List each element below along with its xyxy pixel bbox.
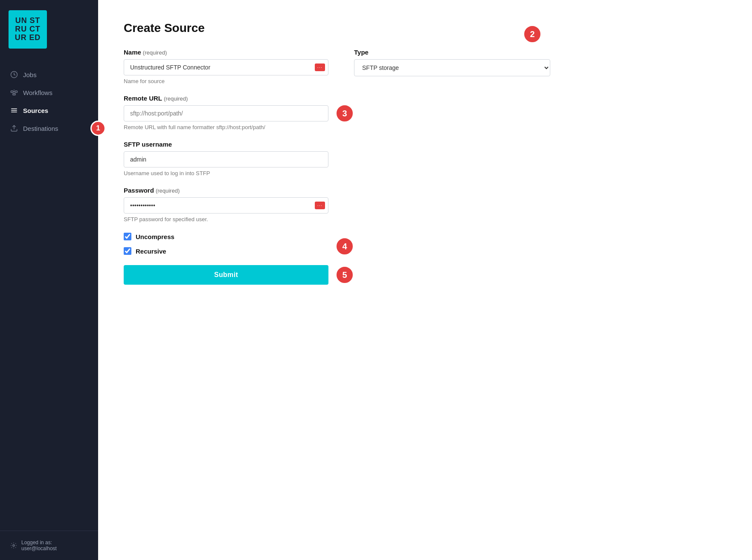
sidebar-item-sources[interactable]: Sources [0,101,98,119]
submit-button[interactable]: Submit [124,265,328,285]
password-label: Password (required) [124,187,328,194]
annotation-badge-2: 2 [523,25,542,43]
dots-icon: ··· [317,65,322,70]
remote-url-hint: Remote URL with full name formatter sftp… [124,124,328,130]
sidebar-item-destinations-label: Destinations [23,125,58,132]
sidebar-item-destinations[interactable]: Destinations 1 [0,119,98,137]
password-action-button[interactable]: ··· [315,202,325,209]
form-layout: Name (required) ··· Name for source Remo… [124,49,726,285]
password-field-group: Password (required) ··· SFTP password fo… [124,187,328,222]
name-label: Name (required) [124,49,328,56]
logged-in-label: Logged in as: [21,540,57,546]
type-label: Type [354,49,550,56]
uncompress-checkbox[interactable] [124,233,131,240]
sidebar-item-workflows-label: Workflows [23,89,52,96]
sftp-username-input-wrapper [124,151,328,167]
sidebar-item-jobs[interactable]: Jobs [0,66,98,84]
sidebar-item-sources-label: Sources [23,107,48,114]
sidebar: UN STRU CTUR ED Jobs Workflows Sources [0,0,98,560]
submit-wrapper: Submit 5 [124,265,328,285]
type-section: 2 Type SFTP storage S3 Local Azure GCS [354,49,550,76]
page-title: Create Source [124,21,726,35]
recursive-label[interactable]: Recursive [136,248,166,255]
name-field-group: Name (required) ··· Name for source [124,49,328,84]
password-input[interactable] [124,197,328,214]
password-required-tag: (required) [156,188,180,194]
password-hint: SFTP password for specified user. [124,216,328,222]
password-dots-icon: ··· [317,203,322,208]
uncompress-label[interactable]: Uncompress [136,233,174,240]
svg-rect-2 [15,91,17,92]
name-input[interactable] [124,59,328,75]
remote-url-input[interactable] [124,105,328,121]
sftp-username-hint: Username used to log in into STFP [124,170,328,176]
form-left: Name (required) ··· Name for source Remo… [124,49,328,285]
name-required-tag: (required) [143,49,167,56]
main-content: Create Source Name (required) ··· Name f… [98,0,752,560]
sidebar-nav: Jobs Workflows Sources Destinations 1 [0,59,98,531]
password-input-wrapper: ··· [124,197,328,214]
remote-url-required-tag: (required) [164,95,188,102]
footer-user-info: Logged in as: user@localhost [21,540,57,551]
sftp-username-label: SFTP username [124,141,328,148]
annotation-badge-3: 3 [335,104,354,123]
sources-icon [10,107,18,114]
sidebar-footer: Logged in as: user@localhost [0,531,98,560]
remote-url-label: Remote URL (required) [124,95,328,102]
logo-area: UN STRU CTUR ED [0,0,98,59]
annotation-badge-1: 1 [90,121,106,136]
logo-text: UN STRU CTUR ED [15,17,41,42]
remote-url-field-group: Remote URL (required) 3 Remote URL with … [124,95,328,130]
form-right: 2 Type SFTP storage S3 Local Azure GCS [354,49,550,285]
sidebar-item-workflows[interactable]: Workflows [0,84,98,101]
settings-icon [10,542,17,549]
uncompress-checkbox-group: Uncompress [124,233,328,240]
sftp-username-field-group: SFTP username Username used to log in in… [124,141,328,176]
sftp-username-input[interactable] [124,151,328,167]
name-action-button[interactable]: ··· [315,64,325,71]
name-hint: Name for source [124,78,328,84]
destinations-icon [10,124,18,132]
annotation-badge-5: 5 [335,266,354,284]
logged-in-user: user@localhost [21,546,57,551]
sidebar-item-jobs-label: Jobs [23,71,37,78]
recursive-checkbox[interactable] [124,247,131,255]
type-select[interactable]: SFTP storage S3 Local Azure GCS [354,59,550,76]
annotation-badge-4: 4 [335,237,354,256]
recursive-checkbox-group: Recursive [124,247,328,255]
jobs-icon [10,71,18,78]
name-input-wrapper: ··· [124,59,328,75]
logo-box: UN STRU CTUR ED [9,10,47,49]
svg-rect-1 [11,91,13,92]
workflows-icon [10,89,18,96]
svg-point-5 [13,545,15,546]
checkboxes-wrapper: Uncompress Recursive 4 [124,233,328,255]
remote-url-input-wrapper: 3 [124,105,328,121]
